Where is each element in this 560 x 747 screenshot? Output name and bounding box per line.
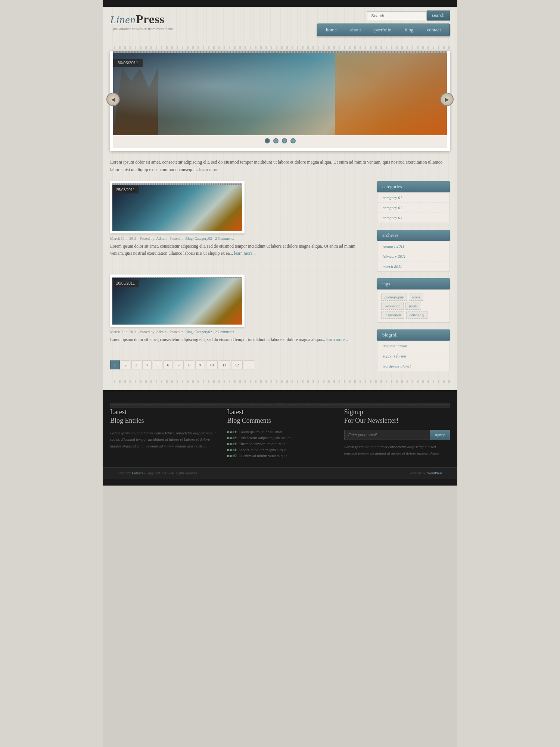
post-image-1: 25/03/2011 [110, 181, 245, 233]
nav-contact[interactable]: contact [420, 24, 448, 36]
post-author-2[interactable]: Admin [156, 330, 167, 334]
nav-home[interactable]: home [319, 24, 343, 36]
category-03[interactable]: category 03 [377, 213, 449, 223]
slider-image: 30/03/2011 [113, 53, 447, 135]
nav-about[interactable]: about [343, 24, 368, 36]
page-btn-5[interactable]: 5 [153, 360, 162, 369]
page-btn-11[interactable]: 11 [219, 360, 230, 369]
slider-dot-2[interactable] [273, 138, 279, 143]
page-btn-12[interactable]: 12 [231, 360, 243, 369]
post-learn-more-1[interactable]: learn more... [234, 251, 256, 255]
intro-text: Lorem ipsum dolor sit amet, consectetur … [110, 158, 450, 174]
footer-detrans-link[interactable]: Detrans [132, 471, 143, 475]
featured-slider-wrapper: 30/03/2011 ◀ ▶ [110, 51, 450, 151]
site-logo[interactable]: LinenPress [110, 12, 174, 26]
header-right: search home about portfolio blog contact [317, 10, 450, 36]
page-btn-3[interactable]: 3 [131, 360, 141, 369]
archive-jan[interactable]: january 2011 [377, 241, 449, 251]
footer-wordpress-link[interactable]: WordPress [427, 471, 442, 475]
category-02[interactable]: category 02 [377, 203, 449, 213]
footer-comments-title: LatestBlog Comments [227, 408, 333, 425]
post-cat-1[interactable]: Category02 [195, 236, 212, 241]
page-btn-6[interactable]: 6 [164, 360, 173, 369]
category-01[interactable]: category 01 [377, 193, 449, 203]
content-columns: 25/03/2011 March 30th, 2011 - Posted by:… [110, 181, 450, 378]
tag-detrans[interactable]: detrans ;) [406, 311, 427, 319]
post-comments-2[interactable]: 2 Comments [215, 330, 234, 334]
slider-dot-4[interactable] [290, 138, 296, 143]
search-button[interactable]: search [427, 10, 450, 21]
post-image-2: 20/03/2011 [110, 275, 245, 327]
top-bar [103, 0, 457, 7]
post-date-2: 20/03/2011 [112, 280, 139, 287]
bottom-bar [103, 479, 457, 486]
post-blog-2[interactable]: Blog [186, 330, 193, 334]
slider-next-button[interactable]: ▶ [440, 93, 454, 106]
archive-feb[interactable]: february 2011 [377, 251, 449, 261]
newsletter-form: signup [344, 430, 450, 440]
post-date-1: 25/03/2011 [112, 186, 139, 193]
post-author-1[interactable]: Admin [156, 236, 167, 241]
footer-comment-2: user2: Consectetur adipiscing elit sed d… [227, 436, 333, 440]
blog-post-1: 25/03/2011 March 30th, 2011 - Posted by:… [110, 181, 366, 265]
tag-inspiration[interactable]: inspiration [381, 311, 404, 319]
tag-icons[interactable]: icons [409, 294, 423, 301]
widget-tags: tags photography icons webdesign prints … [377, 278, 450, 323]
footer-newsletter-title: SignupFor Our Newsletter! [344, 408, 450, 425]
slider-dot-1[interactable] [265, 138, 270, 143]
post-body-1: Lorem ipsum dolor sit amet, consectetur … [110, 243, 366, 257]
main-wrapper: 30/03/2011 ◀ ▶ Lorem ipsum dolor sit ame… [103, 40, 457, 390]
blogroll-docs[interactable]: documentation [377, 341, 449, 351]
slider-man-silhouette [335, 53, 447, 135]
logo-bold: Press [136, 12, 165, 26]
slider-prev-button[interactable]: ◀ [106, 93, 120, 106]
post-comments-1[interactable]: 2 Comments [215, 236, 234, 241]
page-btn-1[interactable]: 1 [110, 360, 120, 369]
footer-col-comments: LatestBlog Comments user1: Lorem ipsum d… [227, 408, 333, 460]
page-btn-2[interactable]: 2 [121, 360, 131, 369]
intro-learn-more[interactable]: learn more [199, 167, 218, 172]
tag-webdesign[interactable]: webdesign [381, 303, 404, 310]
slider-date: 30/03/2011 [113, 59, 143, 67]
nav-portfolio[interactable]: portfolio [368, 24, 398, 36]
post-blog-1[interactable]: Blog [186, 236, 193, 241]
featured-slider: 30/03/2011 ◀ ▶ [110, 51, 450, 151]
widget-archives-list: january 2011 february 2011 march 2011 [377, 241, 450, 272]
logo-area: LinenPress ...just another handsewn Word… [110, 10, 174, 31]
post-body-2: Lorem ipsum dolor sit amet, consectetur … [110, 336, 366, 344]
footer-newsletter-text: Lorem ipsum dolor sit amet consectetur a… [344, 444, 450, 457]
main-nav: home about portfolio blog contact [317, 24, 450, 36]
widget-archives-title: archives [377, 230, 450, 241]
widget-categories-title: categories [377, 181, 450, 192]
page-btn-dots[interactable]: ... [244, 360, 254, 369]
footer-dark: LatestBlog Entries Lorem ipsum dolor sit… [103, 390, 457, 467]
blogroll-forum[interactable]: support forum [377, 351, 449, 361]
archive-mar[interactable]: march 2011 [377, 261, 449, 271]
sidebar: categories category 01 category 02 categ… [377, 181, 450, 378]
post-cat-2[interactable]: Category02 [195, 330, 212, 334]
page-btn-10[interactable]: 10 [206, 360, 218, 369]
footer-comment-4: user4: Labore et dolore magna aliqua [227, 448, 333, 452]
page-btn-8[interactable]: 8 [185, 360, 195, 369]
newsletter-signup-button[interactable]: signup [430, 430, 450, 440]
widget-blogroll: blogroll documentation support forum wor… [377, 329, 450, 371]
footer-col-newsletter: SignupFor Our Newsletter! signup Lorem i… [344, 408, 450, 460]
page-btn-9[interactable]: 9 [195, 360, 205, 369]
newsletter-email-input[interactable] [344, 430, 430, 440]
header: LinenPress ...just another handsewn Word… [103, 7, 457, 40]
slider-dot-3[interactable] [282, 138, 287, 143]
page-btn-7[interactable]: 7 [174, 360, 184, 369]
post-learn-more-2[interactable]: learn more... [326, 337, 348, 342]
blog-post-2: 20/03/2011 March 30th, 2011 - Posted by:… [110, 275, 366, 351]
blogroll-planet[interactable]: wordpress planet [377, 361, 449, 371]
main-column: 25/03/2011 March 30th, 2011 - Posted by:… [110, 181, 366, 378]
slider-bg-element [113, 68, 158, 135]
search-input[interactable] [367, 11, 427, 20]
footer-blog-text: Lorem ipsum dolor sit amet consectetur C… [110, 430, 216, 450]
footer-powered-by: Powered by: WordPress [408, 471, 442, 475]
logo-italic: Linen [110, 14, 136, 25]
page-btn-4[interactable]: 4 [142, 360, 152, 369]
nav-blog[interactable]: blog [398, 24, 420, 36]
tag-prints[interactable]: prints [405, 303, 421, 310]
tag-photography[interactable]: photography [381, 294, 407, 301]
